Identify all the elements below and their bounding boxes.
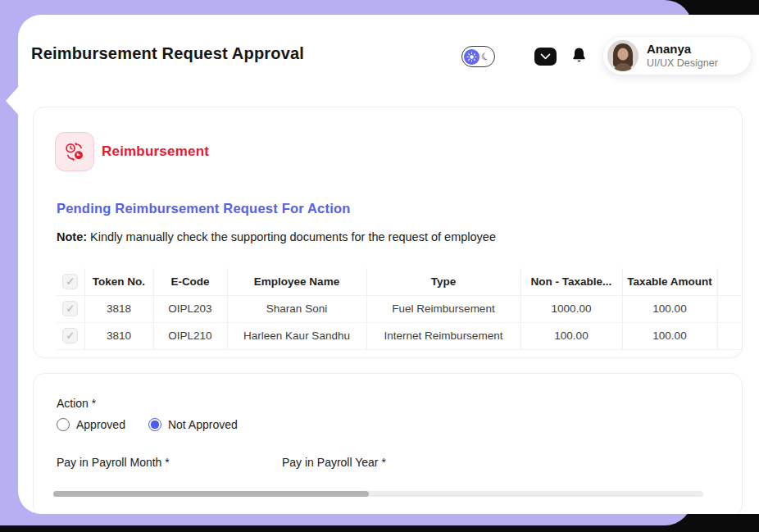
cell-non-taxable: 100.00: [520, 322, 622, 349]
user-profile-card[interactable]: Ananya UI/UX Designer: [602, 36, 752, 75]
user-avatar: [607, 40, 639, 71]
radio-not-approved-icon[interactable]: [148, 418, 161, 431]
cell-token: 3818: [84, 295, 153, 322]
note-label: Note:: [57, 230, 87, 243]
radio-option-not-approved[interactable]: Not Approved: [148, 418, 238, 431]
cell-ghost: [717, 322, 743, 349]
cell-ghost: [717, 295, 743, 322]
mail-icon: [539, 52, 552, 61]
cell-type: Fuel Reimbursement: [366, 295, 520, 322]
cell-taxable: 100.00: [622, 295, 717, 322]
horizontal-scrollbar-track[interactable]: [53, 491, 703, 497]
main-panel: Reimbursement Request Approval ☾: [18, 15, 759, 514]
row-checkbox[interactable]: ✓: [62, 328, 78, 343]
mail-button[interactable]: [534, 48, 557, 66]
cell-token: 3810: [84, 322, 153, 349]
col-type: Type: [366, 268, 520, 295]
action-radio-group: Approved Not Approved: [57, 418, 238, 431]
radio-not-approved-label: Not Approved: [168, 418, 238, 431]
note-text: Note: Kindly manually check the supporti…: [57, 230, 496, 243]
radio-approved-label: Approved: [76, 418, 125, 431]
radio-option-approved[interactable]: Approved: [57, 418, 125, 431]
table-header-row: ✓ Token No. E-Code Employee Name Type No…: [57, 268, 743, 295]
sun-icon: [464, 49, 479, 65]
page-title: Reimbursement Request Approval: [31, 44, 304, 63]
panel-pointer-notch: [6, 85, 20, 116]
col-ecode: E-Code: [153, 268, 227, 295]
cell-ecode: OIPL203: [153, 295, 227, 322]
reimbursement-icon: [55, 132, 94, 171]
moon-icon: ☾: [479, 51, 491, 63]
cell-employee-name: Harleen Kaur Sandhu: [227, 322, 366, 349]
col-taxable: Taxable Amount: [622, 268, 717, 295]
col-employee-name: Employee Name: [227, 268, 366, 295]
col-non-taxable: Non - Taxable...: [520, 268, 622, 295]
payroll-month-label: Pay in Payroll Month *: [57, 456, 170, 469]
section-heading: Pending Reimbursement Request For Action: [57, 201, 351, 216]
radio-approved-icon[interactable]: [57, 418, 70, 431]
notification-button[interactable]: [569, 45, 589, 67]
select-all-checkbox[interactable]: ✓: [62, 274, 78, 289]
module-title: Reimbursement: [102, 132, 209, 171]
cell-employee-name: Sharan Soni: [227, 295, 366, 322]
col-ghost: [717, 268, 743, 295]
cell-taxable: 100.00: [622, 322, 717, 349]
row-checkbox[interactable]: ✓: [62, 301, 78, 316]
theme-toggle[interactable]: ☾: [461, 46, 495, 67]
user-name: Ananya: [647, 42, 718, 57]
pending-requests-card: Reimbursement Pending Reimbursement Requ…: [33, 107, 743, 358]
pending-requests-table: ✓ Token No. E-Code Employee Name Type No…: [57, 268, 743, 350]
user-role: UI/UX Designer: [647, 57, 718, 70]
note-body: Kindly manually check the supporting doc…: [90, 230, 496, 243]
table-row: ✓ 3810 OIPL210 Harleen Kaur Sandhu Inter…: [57, 322, 743, 349]
bell-icon: [571, 47, 587, 66]
cell-type: Internet Reimbursement: [366, 322, 520, 349]
horizontal-scrollbar-thumb[interactable]: [53, 491, 369, 497]
payroll-year-label: Pay in Payroll Year *: [282, 456, 386, 469]
cell-non-taxable: 1000.00: [520, 295, 622, 322]
cell-ecode: OIPL210: [153, 322, 227, 349]
col-token: Token No.: [84, 268, 153, 295]
table-row: ✓ 3818 OIPL203 Sharan Soni Fuel Reimburs…: [57, 295, 743, 322]
action-field-label: Action *: [57, 397, 96, 410]
